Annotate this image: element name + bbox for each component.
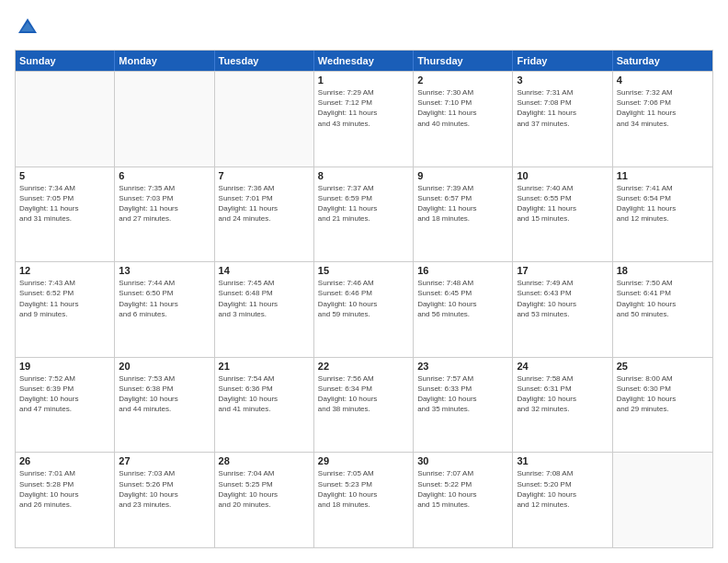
day-info-line: and 29 minutes. — [617, 404, 709, 414]
day-info-line: Daylight: 11 hours — [517, 108, 608, 118]
calendar-day-23: 23Sunrise: 7:57 AMSunset: 6:33 PMDayligh… — [414, 358, 513, 453]
day-info-line: and 12 minutes. — [517, 500, 608, 510]
calendar-day-13: 13Sunrise: 7:44 AMSunset: 6:50 PMDayligh… — [115, 262, 214, 357]
calendar-day-19: 19Sunrise: 7:52 AMSunset: 6:39 PMDayligh… — [16, 358, 115, 453]
day-info-line: and 37 minutes. — [517, 119, 608, 129]
logo — [15, 15, 44, 40]
day-info-line: and 27 minutes. — [119, 213, 210, 224]
day-info-line: Sunrise: 7:32 AM — [617, 87, 709, 98]
day-info-line: Sunrise: 7:46 AM — [318, 278, 409, 288]
calendar-day-1: 1Sunrise: 7:29 AMSunset: 7:12 PMDaylight… — [314, 72, 414, 167]
calendar-day-6: 6Sunrise: 7:35 AMSunset: 7:03 PMDaylight… — [115, 167, 214, 262]
day-number: 13 — [119, 265, 210, 276]
day-info-line: and 43 minutes. — [318, 119, 409, 129]
day-info-line: Sunset: 6:48 PM — [219, 288, 310, 298]
day-info-line: and 56 minutes. — [417, 309, 508, 319]
day-info-line: Sunrise: 7:58 AM — [517, 373, 608, 384]
day-info-line: Sunrise: 7:39 AM — [417, 183, 508, 193]
day-info-line: Daylight: 11 hours — [119, 203, 210, 213]
day-info-line: Daylight: 11 hours — [318, 108, 409, 118]
day-info-line: Sunset: 7:12 PM — [318, 98, 409, 108]
day-info-line: Sunrise: 7:08 AM — [517, 468, 608, 478]
day-info-line: and 47 minutes. — [19, 404, 110, 414]
calendar-day-25: 25Sunrise: 8:00 AMSunset: 6:30 PMDayligh… — [613, 358, 712, 453]
day-info-line: Sunrise: 7:36 AM — [219, 183, 310, 193]
calendar-day-22: 22Sunrise: 7:56 AMSunset: 6:34 PMDayligh… — [314, 358, 414, 453]
day-number: 12 — [19, 265, 110, 276]
day-info-line: and 9 minutes. — [19, 309, 110, 319]
day-info-line: Sunset: 5:28 PM — [19, 479, 110, 489]
day-number: 26 — [19, 455, 110, 466]
day-info-line: Sunrise: 7:04 AM — [219, 468, 310, 478]
day-info-line: and 3 minutes. — [219, 309, 310, 319]
day-number: 18 — [617, 265, 709, 276]
day-info-line: and 38 minutes. — [318, 404, 409, 414]
day-info-line: Sunset: 6:55 PM — [517, 193, 608, 203]
header-day-saturday: Saturday — [613, 51, 712, 71]
day-info-line: Daylight: 10 hours — [617, 299, 709, 309]
calendar-day-2: 2Sunrise: 7:30 AMSunset: 7:10 PMDaylight… — [414, 72, 513, 167]
calendar-day-16: 16Sunrise: 7:48 AMSunset: 6:45 PMDayligh… — [414, 262, 513, 357]
calendar-day-4: 4Sunrise: 7:32 AMSunset: 7:06 PMDaylight… — [613, 72, 712, 167]
day-info-line: and 40 minutes. — [417, 119, 508, 129]
logo-icon — [15, 15, 40, 40]
calendar-header-row: SundayMondayTuesdayWednesdayThursdayFrid… — [16, 51, 712, 71]
day-info-line: Daylight: 11 hours — [19, 203, 110, 213]
calendar-empty-cell — [215, 72, 314, 167]
calendar-day-15: 15Sunrise: 7:46 AMSunset: 6:46 PMDayligh… — [314, 262, 414, 357]
day-info-line: Daylight: 11 hours — [318, 203, 409, 213]
day-info-line: Sunset: 6:54 PM — [617, 193, 709, 203]
day-info-line: and 31 minutes. — [19, 213, 110, 224]
day-info-line: Sunrise: 7:52 AM — [19, 373, 110, 384]
calendar-day-27: 27Sunrise: 7:03 AMSunset: 5:26 PMDayligh… — [115, 453, 214, 547]
day-info-line: Sunset: 7:03 PM — [119, 193, 210, 203]
day-info-line: Sunset: 5:23 PM — [318, 479, 409, 489]
day-info-line: and 12 minutes. — [617, 213, 709, 224]
day-info-line: Daylight: 10 hours — [318, 299, 409, 309]
day-info-line: Sunrise: 7:54 AM — [219, 373, 310, 384]
day-info-line: Daylight: 11 hours — [219, 203, 310, 213]
day-info-line: and 18 minutes. — [417, 213, 508, 224]
day-info-line: and 15 minutes. — [417, 500, 508, 510]
calendar-day-8: 8Sunrise: 7:37 AMSunset: 6:59 PMDaylight… — [314, 167, 414, 262]
day-info-line: Daylight: 10 hours — [19, 394, 110, 404]
calendar-empty-cell — [115, 72, 214, 167]
day-number: 8 — [318, 170, 409, 181]
day-info-line: Sunset: 6:50 PM — [119, 288, 210, 298]
calendar-day-21: 21Sunrise: 7:54 AMSunset: 6:36 PMDayligh… — [215, 358, 314, 453]
day-info-line: Sunrise: 7:57 AM — [417, 373, 508, 384]
day-info-line: Sunset: 6:43 PM — [517, 288, 608, 298]
calendar-week-4: 19Sunrise: 7:52 AMSunset: 6:39 PMDayligh… — [16, 357, 712, 453]
day-info-line: Daylight: 10 hours — [617, 394, 709, 404]
calendar-day-20: 20Sunrise: 7:53 AMSunset: 6:38 PMDayligh… — [115, 358, 214, 453]
day-number: 19 — [19, 361, 110, 372]
day-number: 20 — [119, 361, 210, 372]
day-info-line: Sunset: 6:34 PM — [318, 384, 409, 394]
day-info-line: Sunset: 6:38 PM — [119, 384, 210, 394]
day-number: 30 — [417, 455, 508, 466]
day-number: 14 — [219, 265, 310, 276]
day-info-line: and 44 minutes. — [119, 404, 210, 414]
day-info-line: Sunrise: 7:34 AM — [19, 183, 110, 193]
calendar-day-24: 24Sunrise: 7:58 AMSunset: 6:31 PMDayligh… — [513, 358, 612, 453]
day-info-line: Daylight: 11 hours — [617, 108, 709, 118]
day-info-line: Sunset: 5:26 PM — [119, 479, 210, 489]
header-day-monday: Monday — [115, 51, 214, 71]
header-day-sunday: Sunday — [16, 51, 115, 71]
day-info-line: Daylight: 10 hours — [417, 394, 508, 404]
day-info-line: Sunset: 6:33 PM — [417, 384, 508, 394]
day-number: 4 — [617, 75, 709, 86]
calendar-day-17: 17Sunrise: 7:49 AMSunset: 6:43 PMDayligh… — [513, 262, 612, 357]
day-info-line: Daylight: 10 hours — [517, 394, 608, 404]
day-info-line: Sunset: 6:41 PM — [617, 288, 709, 298]
calendar-empty-cell — [613, 453, 712, 547]
day-info-line: and 26 minutes. — [19, 500, 110, 510]
day-number: 7 — [219, 170, 310, 181]
day-info-line: Sunrise: 7:03 AM — [119, 468, 210, 478]
day-number: 10 — [517, 170, 608, 181]
calendar-day-14: 14Sunrise: 7:45 AMSunset: 6:48 PMDayligh… — [215, 262, 314, 357]
day-info-line: Daylight: 11 hours — [617, 203, 709, 213]
calendar-day-28: 28Sunrise: 7:04 AMSunset: 5:25 PMDayligh… — [215, 453, 314, 547]
day-number: 6 — [119, 170, 210, 181]
header-day-tuesday: Tuesday — [215, 51, 314, 71]
